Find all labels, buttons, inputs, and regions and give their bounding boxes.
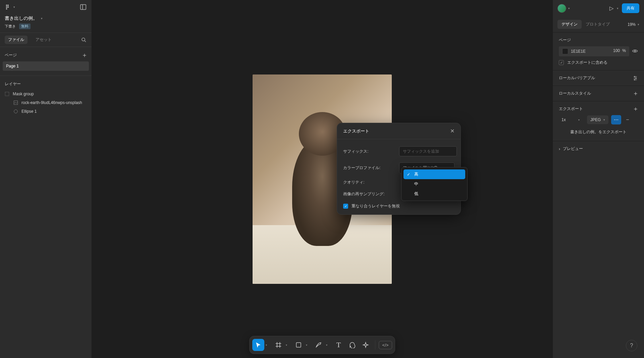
opacity-unit: % <box>622 48 626 53</box>
svg-rect-5 <box>80 5 86 10</box>
ellipse-icon <box>13 109 18 114</box>
chevron-right-icon: › <box>559 147 560 151</box>
quality-dropdown: ✓ 高 ✓ 中 ✓ 低 <box>401 167 468 201</box>
bottom-toolbar: ▾ ▾ ▾ ▾ T </> <box>249 336 395 354</box>
quality-label: クオリティ: <box>343 180 395 185</box>
include-export-checkbox[interactable]: ✓ <box>559 60 564 65</box>
canvas[interactable]: エクスポート ✕ サフィックス: カラープロファイル: ファイルと同じ(sR..… <box>92 0 552 358</box>
svg-rect-18 <box>296 343 301 347</box>
search-icon[interactable] <box>81 37 87 43</box>
chevron-down-icon[interactable]: ▾ <box>578 118 584 121</box>
export-button[interactable]: 書き出しの例。をエクスポート <box>559 124 638 136</box>
help-button[interactable]: ? <box>626 340 637 351</box>
divider <box>375 340 375 350</box>
rectangle-icon <box>295 342 302 348</box>
add-style-icon[interactable] <box>633 91 638 96</box>
mask-icon <box>5 92 9 96</box>
actions-tool[interactable] <box>360 339 372 351</box>
suffix-input[interactable] <box>399 146 457 156</box>
image-icon <box>13 100 18 105</box>
svg-point-3 <box>7 6 9 8</box>
suffix-label: サフィックス: <box>343 149 395 154</box>
styles-panel-title: ローカルスタイル <box>559 91 591 96</box>
quality-option-medium[interactable]: ✓ 中 <box>404 179 465 189</box>
frame-tool[interactable] <box>272 339 284 351</box>
figma-logo-icon <box>5 4 11 10</box>
export-scale-input[interactable]: 1x <box>559 115 576 124</box>
right-sidebar: ▾ ▷ ▾ 共有 デザイン プロトタイプ 19% ▾ ページ 1E <box>552 0 644 358</box>
remove-export-icon[interactable]: − <box>624 117 631 123</box>
zoom-control[interactable]: 19% ▾ <box>628 22 639 27</box>
layer-item-image[interactable]: rock-earth-9ludL46nwps-unsplash <box>5 98 87 107</box>
layer-name: Ellipse 1 <box>21 109 37 114</box>
layer-name: Mask group <box>13 92 34 96</box>
pen-tool[interactable] <box>313 339 325 351</box>
chevron-down-icon[interactable]: ▾ <box>306 344 310 347</box>
format-value: JPEG <box>590 117 601 122</box>
left-sidebar: ▾ 書き出しの例。 ▾ 下書き 無料 ファイル アセット ページ Page 1 <box>0 0 92 358</box>
file-title[interactable]: 書き出しの例。 <box>5 15 38 21</box>
tab-design[interactable]: デザイン <box>557 20 582 29</box>
sparkle-icon <box>362 342 369 348</box>
preview-label: プレビュー <box>563 146 583 152</box>
close-icon[interactable]: ✕ <box>450 128 454 134</box>
dialog-title: エクスポート <box>343 128 369 134</box>
chevron-down-icon: ▾ <box>603 118 605 121</box>
option-label: 中 <box>414 181 418 187</box>
layers-header: レイヤー <box>5 79 87 90</box>
color-hex: 1E1E1E <box>571 49 586 54</box>
svg-rect-11 <box>5 92 9 96</box>
ignore-overlap-checkbox[interactable]: ✓ <box>343 204 348 209</box>
chevron-down-icon: ▾ <box>13 5 15 9</box>
dev-mode-button[interactable]: </> <box>379 341 392 349</box>
visibility-icon[interactable] <box>632 48 638 55</box>
file-menu-chevron-icon[interactable]: ▾ <box>41 17 43 20</box>
move-tool[interactable] <box>252 339 264 351</box>
svg-point-7 <box>82 38 85 41</box>
svg-line-8 <box>85 41 86 42</box>
layer-name: rock-earth-9ludL46nwps-unsplash <box>21 100 82 105</box>
cursor-icon <box>255 342 262 348</box>
opacity-value: 100 <box>613 48 620 53</box>
rectangle-tool[interactable] <box>292 339 305 351</box>
pages-header[interactable]: ページ <box>5 52 17 58</box>
tab-file[interactable]: ファイル <box>5 36 28 44</box>
chevron-down-icon[interactable]: ▾ <box>326 344 330 347</box>
settings-icon[interactable] <box>633 75 638 81</box>
svg-rect-0 <box>6 5 7 6</box>
chevron-down-icon[interactable]: ▾ <box>617 7 619 10</box>
panel-toggle-icon[interactable] <box>79 3 87 11</box>
color-profile-label: カラープロファイル: <box>343 165 395 171</box>
export-options-button[interactable]: ⋯ <box>611 115 621 124</box>
page-item[interactable]: Page 1 <box>3 61 89 71</box>
layer-item-ellipse[interactable]: Ellipse 1 <box>5 107 87 116</box>
share-button[interactable]: 共有 <box>622 3 639 13</box>
play-icon[interactable]: ▷ <box>609 5 613 11</box>
add-page-icon[interactable] <box>82 53 87 58</box>
include-export-label: エクスポートに含める <box>567 60 607 65</box>
quality-option-low[interactable]: ✓ 低 <box>404 189 465 199</box>
svg-point-19 <box>634 50 636 52</box>
chevron-down-icon[interactable]: ▾ <box>568 7 570 10</box>
preview-toggle[interactable]: › プレビュー <box>553 141 644 156</box>
background-color-input[interactable]: 1E1E1E 100 % <box>559 46 629 56</box>
tab-prototype[interactable]: プロトタイプ <box>582 20 614 29</box>
export-format-select[interactable]: JPEG ▾ <box>587 115 608 124</box>
frame-icon <box>275 342 282 348</box>
avatar[interactable] <box>557 4 566 13</box>
chevron-down-icon[interactable]: ▾ <box>286 344 290 347</box>
comment-tool[interactable] <box>346 339 358 351</box>
ignore-overlap-label: 重なり合うレイヤーを無視 <box>352 203 400 209</box>
zoom-value: 19% <box>628 22 636 27</box>
svg-rect-1 <box>7 5 9 6</box>
check-icon: ✓ <box>407 172 411 177</box>
resampling-label: 画像の再サンプリング: <box>343 191 395 197</box>
main-menu-button[interactable]: ▾ <box>5 4 15 10</box>
text-tool[interactable]: T <box>333 339 345 351</box>
tab-assets[interactable]: アセット <box>32 36 55 44</box>
color-swatch[interactable] <box>562 48 568 54</box>
chevron-down-icon[interactable]: ▾ <box>266 344 270 347</box>
layer-item-mask-group[interactable]: Mask group <box>5 90 87 98</box>
quality-option-high[interactable]: ✓ 高 <box>404 169 465 179</box>
add-export-icon[interactable] <box>633 107 638 111</box>
